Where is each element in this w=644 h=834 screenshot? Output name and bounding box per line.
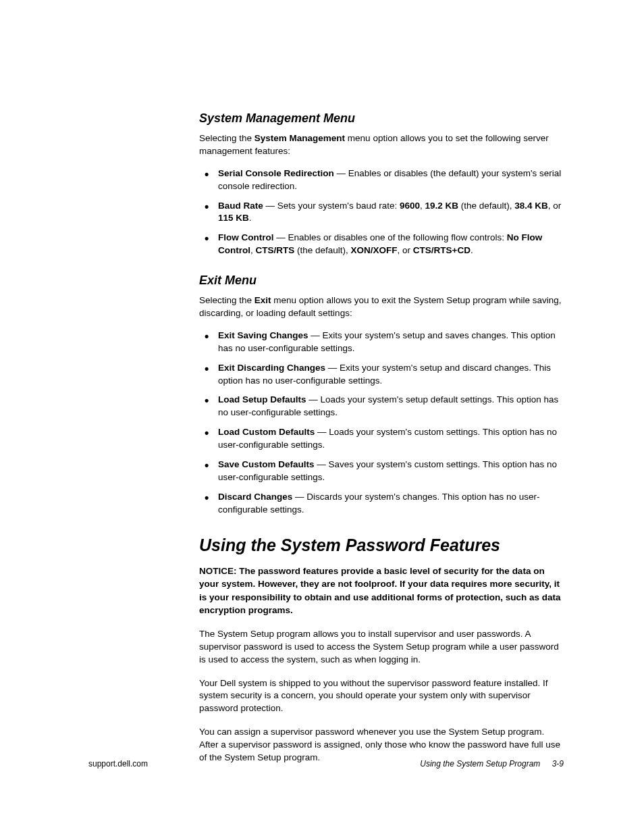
text-run-bold: 19.2 KB <box>425 201 459 211</box>
page-footer: support.dell.com Using the System Setup … <box>88 759 564 768</box>
text-run: — Enables or disables one of the followi… <box>273 232 506 242</box>
section-heading-exit: Exit Menu <box>199 273 564 288</box>
text-run: (the default), <box>294 245 350 255</box>
text-run: Selecting the <box>199 133 254 143</box>
text-run: , <box>250 245 256 255</box>
list-item: Load Setup Defaults — Loads your system'… <box>199 394 564 419</box>
footer-url: support.dell.com <box>88 759 148 768</box>
text-run-bold: Exit Saving Changes <box>218 330 308 340</box>
text-run: (the default), <box>458 201 514 211</box>
section-heading-sysmgmt: System Management Menu <box>199 111 564 126</box>
text-run: — Sets your system's baud rate: <box>263 201 400 211</box>
list-item: Baud Rate — Sets your system's baud rate… <box>199 200 564 226</box>
text-run: Selecting the <box>199 295 254 305</box>
page-content: System Management Menu Selecting the Sys… <box>199 111 564 775</box>
list-item: Flow Control — Enables or disables one o… <box>199 232 564 257</box>
footer-page-number: 3-9 <box>552 759 564 768</box>
text-run-bold: Load Setup Defaults <box>218 394 306 405</box>
text-run-bold: System Management <box>254 133 345 143</box>
text-run-bold: Exit <box>254 295 271 305</box>
bullet-list-exit: Exit Saving Changes — Exits your system'… <box>199 330 564 517</box>
text-run: , <box>420 201 425 211</box>
bullet-list-sysmgmt: Serial Console Redirection — Enables or … <box>199 167 564 257</box>
text-run-bold: Serial Console Redirection <box>218 168 334 178</box>
intro-sysmgmt: Selecting the System Management menu opt… <box>199 132 564 158</box>
text-run: , or <box>548 201 562 211</box>
text-run-bold: Baud Rate <box>218 201 263 211</box>
text-run-bold: Exit Discarding Changes <box>218 363 325 373</box>
text-run-bold: Flow Control <box>218 232 273 242</box>
text-run-bold: Save Custom Defaults <box>218 459 315 469</box>
text-run: . <box>249 213 252 223</box>
text-run-bold: 115 KB <box>218 213 249 223</box>
list-item: Load Custom Defaults — Loads your system… <box>199 426 564 452</box>
text-run-bold: 9600 <box>400 201 420 211</box>
list-item: Save Custom Defaults — Saves your system… <box>199 459 564 484</box>
body-para-1: The System Setup program allows you to i… <box>199 628 564 667</box>
text-run-bold: Load Custom Defaults <box>218 427 315 437</box>
footer-chapter-title: Using the System Setup Program <box>420 759 540 768</box>
list-item: Exit Discarding Changes — Exits your sys… <box>199 362 564 388</box>
text-run-bold: 38.4 KB <box>514 201 548 211</box>
body-para-2: Your Dell system is shipped to you witho… <box>199 677 564 716</box>
intro-exit: Selecting the Exit menu option allows yo… <box>199 294 564 320</box>
text-run-bold: CTS/RTS+CD <box>413 245 471 255</box>
footer-right: Using the System Setup Program 3-9 <box>420 759 564 768</box>
text-run: . <box>471 245 473 255</box>
text-run-bold: CTS/RTS <box>256 245 295 255</box>
notice-text: NOTICE: The password features provide a … <box>199 565 564 617</box>
main-heading: Using the System Password Features <box>199 536 564 555</box>
list-item: Exit Saving Changes — Exits your system'… <box>199 330 564 355</box>
text-run-bold: XON/XOFF <box>351 245 398 255</box>
list-item: Serial Console Redirection — Enables or … <box>199 167 564 193</box>
list-item: Discard Changes — Discards your system's… <box>199 491 564 517</box>
text-run: , or <box>398 245 413 255</box>
text-run-bold: Discard Changes <box>218 492 292 502</box>
